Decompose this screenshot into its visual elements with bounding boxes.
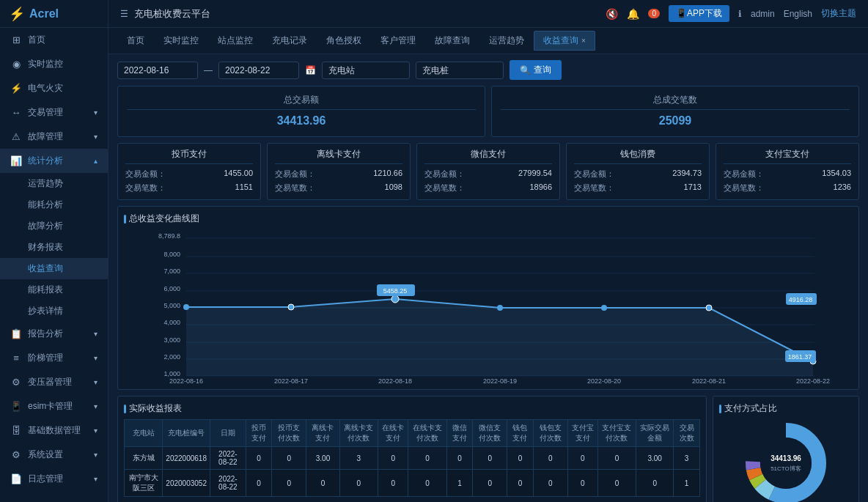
payment-count-val-bank: 1098	[385, 182, 402, 193]
table-row: 南宁市大阪三区20200030522022-08-220000001000000…	[125, 470, 700, 497]
station-select[interactable]: 充电站	[322, 62, 410, 79]
payment-count-label-alipay: 交易笔数：	[724, 182, 764, 193]
app-download-btn[interactable]: 📱APP下载	[669, 5, 729, 22]
date-from-input[interactable]	[117, 62, 198, 79]
col-alipay-count: 支付宝支付次数	[597, 420, 636, 447]
electric-icon: ⚡	[10, 83, 22, 95]
query-button[interactable]: 🔍 查询	[510, 60, 562, 80]
svg-text:5,000: 5,000	[163, 302, 180, 309]
svg-text:7,000: 7,000	[163, 267, 180, 275]
chevron-down-icon-3: ▾	[94, 330, 98, 338]
sidebar-sublabel-trends: 运营趋势	[28, 178, 63, 188]
col-online-pay: 在线卡支付	[378, 420, 408, 447]
payment-title-bank: 离线卡支付	[275, 148, 402, 164]
sidebar-label-stats: 统计分析	[28, 155, 63, 167]
sidebar-subitem-energy-report[interactable]: 能耗报表	[0, 279, 108, 300]
sidebar-label-basic-data: 基础数据管理	[28, 424, 81, 437]
svg-text:1,000: 1,000	[163, 370, 180, 377]
col-date: 日期	[210, 420, 246, 447]
topbar-left: ☰ 充电桩收费云平台	[120, 7, 210, 21]
total-amount-card: 总交易额 34413.96	[117, 86, 485, 137]
pile-select[interactable]: 充电桩	[416, 62, 504, 79]
database-icon: 🗄	[10, 425, 22, 437]
sidebar-subitem-finance[interactable]: 财务报表	[0, 237, 108, 258]
total-count-label: 总成交笔数	[501, 91, 850, 110]
tab-charge-record[interactable]: 充电记录	[262, 31, 317, 51]
sidebar-item-report-analysis[interactable]: 📋 报告分析 ▾	[0, 322, 108, 346]
col-online-count: 在线卡支付次数	[408, 420, 446, 447]
sidebar-item-basic-data[interactable]: 🗄 基础数据管理 ▾	[0, 418, 108, 443]
notification-icon[interactable]: 🔔	[627, 8, 639, 20]
svg-text:2022-08-17: 2022-08-17	[274, 377, 308, 385]
chevron-down-icon-7: ▾	[94, 427, 98, 435]
home-icon: ⊞	[10, 34, 22, 46]
payment-count-val-wallet: 1713	[684, 182, 702, 193]
pie-svg: 34413.96 51CTO博客	[742, 419, 830, 502]
revenue-chart: 8,789.8 8,000 7,000 6,000 5,000 4,000 3,…	[124, 229, 853, 383]
sidebar-item-realtime[interactable]: ◉ 实时监控	[0, 52, 108, 76]
col-wechat-count: 微信支付次数	[473, 420, 507, 447]
sidebar-subitem-energy-analysis[interactable]: 能耗分析	[0, 194, 108, 215]
tab-customer-mgmt[interactable]: 客户管理	[371, 31, 425, 51]
sidebar-item-system-settings[interactable]: ⚙ 系统设置 ▾	[0, 443, 108, 467]
sidebar-item-step-mgmt[interactable]: ≡ 阶梯管理 ▾	[0, 346, 108, 370]
tab-home[interactable]: 首页	[117, 31, 154, 51]
logo-text: Acrel	[29, 7, 59, 21]
page-title: 充电桩收费云平台	[134, 7, 210, 21]
audio-icon: 🔇	[606, 8, 618, 20]
sidebar-item-esim[interactable]: 📱 esim卡管理 ▾	[0, 394, 108, 418]
tab-station-monitor[interactable]: 站点监控	[208, 31, 262, 51]
log-icon: 📄	[10, 473, 22, 485]
sidebar-label-transformer: 变压器管理	[28, 376, 72, 388]
sidebar-sublabel-energy-report: 能耗报表	[28, 284, 63, 295]
payment-card-wechat: 微信支付 交易金额： 27999.54 交易笔数： 18966	[416, 143, 560, 200]
payment-card-bank: 离线卡支付 交易金额： 1210.66 交易笔数： 1098	[267, 143, 411, 200]
sidebar-item-log-mgmt[interactable]: 📄 日志管理 ▾	[0, 467, 108, 491]
payment-card-alipay: 支付宝支付 交易金额： 1354.03 交易笔数： 1236	[716, 143, 859, 200]
sidebar-item-stats[interactable]: 📊 统计分析 ▴	[0, 149, 108, 173]
main-content: ☰ 充电桩收费云平台 🔇 🔔 0 📱APP下载 ℹ admin English …	[108, 0, 868, 502]
sidebar-item-home[interactable]: ⊞ 首页	[0, 28, 108, 52]
payment-card-cash: 投币支付 交易金额： 1455.00 交易笔数： 1151	[117, 143, 261, 200]
sidebar-label-report-analysis: 报告分析	[28, 328, 63, 340]
col-alipay-pay: 支付宝支付	[567, 420, 597, 447]
sidebar-item-transaction[interactable]: ↔ 交易管理 ▾	[0, 100, 108, 125]
pie-chart-container: 34413.96 51CTO博客	[742, 419, 830, 502]
language-btn[interactable]: English	[784, 9, 812, 19]
tab-role-auth[interactable]: 角色授权	[317, 31, 371, 51]
col-wallet-count: 钱包支付次数	[533, 420, 567, 447]
sidebar-label-esim: esim卡管理	[28, 400, 73, 413]
topbar: ☰ 充电桩收费云平台 🔇 🔔 0 📱APP下载 ℹ admin English …	[108, 0, 868, 28]
svg-text:3,000: 3,000	[163, 336, 180, 344]
svg-text:2022-08-19: 2022-08-19	[483, 377, 517, 385]
sidebar-item-fault[interactable]: ⚠ 故障管理 ▾	[0, 125, 108, 149]
theme-btn[interactable]: 切换主题	[821, 7, 856, 20]
sidebar-item-transformer[interactable]: ⚙ 变压器管理 ▾	[0, 370, 108, 394]
sidebar-label-home: 首页	[28, 34, 45, 46]
settings-icon: ⚙	[10, 449, 22, 461]
chevron-down-icon: ▾	[94, 108, 98, 117]
tab-realtime[interactable]: 实时监控	[154, 31, 208, 51]
sidebar-subitem-meter-detail[interactable]: 抄表详情	[0, 300, 108, 322]
tab-fault-query[interactable]: 故障查询	[425, 31, 479, 51]
sidebar-item-electric[interactable]: ⚡ 电气火灾	[0, 76, 108, 100]
tab-ops-trends[interactable]: 运营趋势	[479, 31, 534, 51]
summary-row: 总交易额 34413.96 总成交笔数 25099	[117, 86, 859, 137]
payment-amount-label-alipay: 交易金额：	[724, 169, 764, 180]
col-pile-no: 充电桩编号	[163, 420, 210, 447]
total-count-value: 25099	[501, 110, 850, 132]
menu-toggle-icon[interactable]: ☰	[120, 9, 128, 19]
sidebar: ⚡ Acrel ⊞ 首页 ◉ 实时监控 ⚡ 电气火灾 ↔ 交易管理 ▾ ⚠ 故障…	[0, 0, 108, 502]
payment-title-alipay: 支付宝支付	[724, 148, 851, 164]
sidebar-subitem-trends[interactable]: 运营趋势	[0, 173, 108, 194]
tab-close-icon[interactable]: ×	[581, 37, 586, 45]
col-wechat-pay: 微信支付	[446, 420, 473, 447]
sidebar-subitem-revenue[interactable]: 收益查询	[0, 258, 108, 279]
sidebar-subitem-fault-analysis[interactable]: 故障分析	[0, 215, 108, 237]
col-offline-pay: 离线卡支付	[306, 420, 339, 447]
payment-amount-val-cash: 1455.00	[224, 169, 253, 180]
tab-revenue-query[interactable]: 收益查询 ×	[534, 31, 595, 51]
date-to-input[interactable]	[218, 62, 299, 79]
table-row: 东方城20220006182022-08-22003.003000000003.…	[125, 447, 700, 470]
svg-text:2022-08-20: 2022-08-20	[587, 377, 621, 385]
